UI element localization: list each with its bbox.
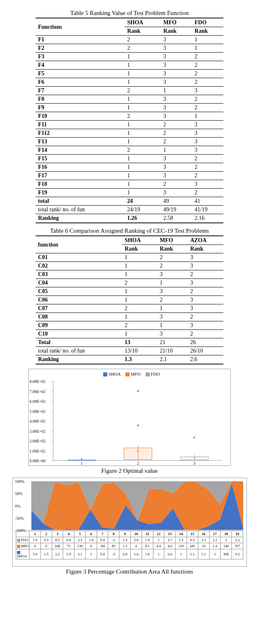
table5-caption: Table 5 Ranking Value of Test Problem Fu… xyxy=(12,10,247,17)
y-tick-label: 4.00E+02 xyxy=(30,419,45,423)
y-tick-label: 8.00E+02 xyxy=(30,379,45,384)
table6: functionSHOAMFOAZOARankRankRankC01123C02… xyxy=(36,235,223,365)
y-tick-label: 3.00E+02 xyxy=(30,429,45,433)
y-tick-label: 5.00E+02 xyxy=(30,409,45,413)
legend-swatch-mfo xyxy=(125,372,130,376)
legend-label: SHOA xyxy=(108,372,120,376)
x-tick-label: 2 xyxy=(137,461,139,465)
figure2-chart: SHOA MFO FDO 123××× 0.00E+001.00E+022.00… xyxy=(28,369,231,466)
y-tick-label: 100% xyxy=(15,479,24,484)
y-tick-label: 6.00E+02 xyxy=(30,399,45,404)
y-tick-label: 50% xyxy=(15,491,22,496)
y-tick-label: 7.00E+02 xyxy=(30,389,45,393)
table5: FunctionsSHOAMFOFDORankRankRankF1231F223… xyxy=(36,17,223,223)
table6-caption: Table 6 Comparison Assigned Ranking of C… xyxy=(12,227,247,234)
legend-label: MFO xyxy=(131,372,140,376)
figure2-plot-area: 123××× xyxy=(53,381,222,461)
legend-swatch-shoa xyxy=(103,372,107,376)
figure3-plot-area xyxy=(31,481,243,530)
y-tick-label: 1.00E+02 xyxy=(30,448,45,453)
y-tick-label: 0% xyxy=(15,504,20,508)
figure2-caption: Figure 2 Optimal value xyxy=(12,468,247,474)
y-tick-label: 0.00E+00 xyxy=(30,459,45,463)
figure3-caption: Figure 3 Percentage Contribution Area Al… xyxy=(12,568,247,575)
figure2-legend: SHOA MFO FDO xyxy=(29,369,230,377)
y-tick-label: -50% xyxy=(15,516,24,520)
legend-swatch-fdo xyxy=(146,372,150,376)
figure3-data-table: 12345678910111213141516171819FDO7.49.38.… xyxy=(16,531,243,559)
legend-label: FDO xyxy=(151,372,160,376)
figure3-chart: 100%50%0%-50%-100% 123456789101112131415… xyxy=(12,478,247,567)
y-tick-label: 2.00E+02 xyxy=(30,439,45,443)
x-tick-label: 3 xyxy=(193,461,195,465)
